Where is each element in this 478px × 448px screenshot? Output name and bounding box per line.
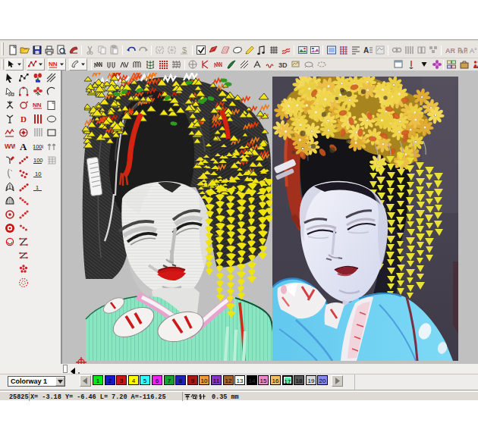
svg-text:10: 10	[35, 171, 41, 177]
svg-text:1: 1	[36, 184, 39, 191]
svg-text:3D: 3D	[278, 61, 288, 69]
svg-text:D: D	[20, 114, 27, 124]
svg-text:100: 100	[33, 157, 43, 164]
svg-text:1000: 1000	[33, 143, 43, 150]
svg-text:AR: AR	[445, 47, 455, 55]
svg-text:NN: NN	[49, 61, 58, 67]
svg-text:A: A	[20, 141, 27, 152]
svg-text:℞℞: ℞℞	[458, 47, 467, 55]
svg-text:WW: WW	[5, 143, 15, 150]
svg-text:$: $	[182, 45, 187, 55]
svg-text:A: A	[363, 46, 369, 55]
svg-text:A°: A°	[470, 47, 477, 55]
svg-text:NN: NN	[33, 102, 42, 108]
